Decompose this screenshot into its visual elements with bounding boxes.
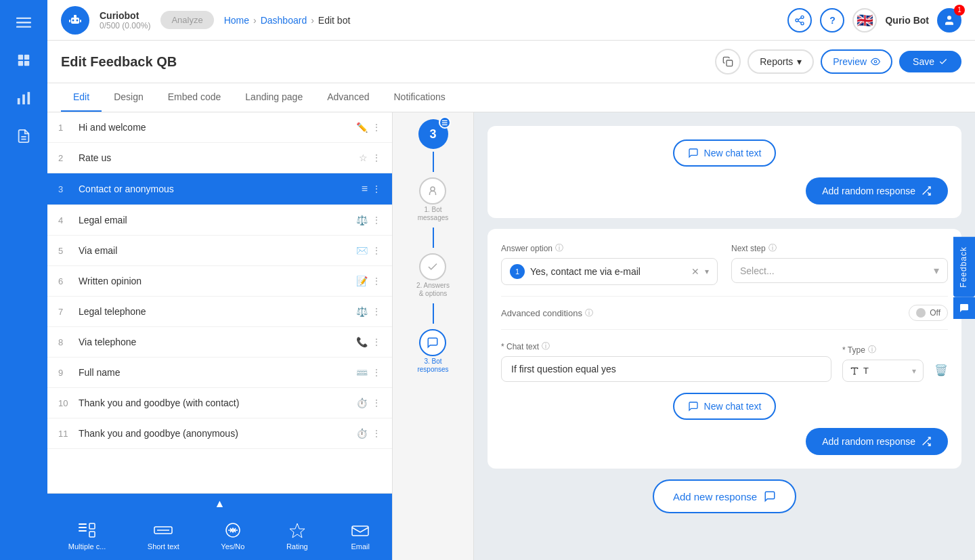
phone-icon-8[interactable]: 📞 bbox=[356, 337, 368, 347]
question-item-11[interactable]: 11 Thank you and goodbye (anonymous) ⏱️ … bbox=[47, 418, 392, 449]
scale-icon-7[interactable]: ⚖️ bbox=[356, 306, 368, 317]
step-item-1[interactable]: 1. Botmessages bbox=[418, 177, 449, 222]
advanced-conditions: Advanced conditions ⓘ Off bbox=[501, 296, 948, 330]
question-item-1[interactable]: 1 Hi and welcome ✏️ ⋮ bbox=[47, 112, 392, 143]
breadcrumb-dashboard[interactable]: Dashboard bbox=[261, 15, 307, 26]
help-button[interactable]: ? bbox=[820, 8, 844, 33]
copy-button[interactable] bbox=[715, 49, 741, 74]
toolbar-item-email[interactable]: Email bbox=[349, 521, 371, 551]
type-input[interactable]: T ▾ bbox=[842, 360, 924, 382]
step-item-2[interactable]: 2. Answers& options bbox=[416, 253, 450, 298]
question-item-6[interactable]: 6 Written opinion 📝 ⋮ bbox=[47, 266, 392, 297]
answer-dropdown-icon[interactable]: ▾ bbox=[705, 267, 709, 276]
question-item-5[interactable]: 5 Via email ✉️ ⋮ bbox=[47, 236, 392, 266]
next-step-dropdown-icon: ▾ bbox=[934, 264, 939, 277]
new-chat-text-button-2[interactable]: New chat text bbox=[673, 393, 777, 420]
document-icon[interactable] bbox=[12, 124, 36, 148]
menu-icon[interactable] bbox=[12, 10, 36, 35]
text-icon-6[interactable]: 📝 bbox=[356, 276, 368, 286]
new-chat-text-button-1[interactable]: New chat text bbox=[673, 139, 777, 167]
toolbar-item-multiple[interactable]: Multiple c... bbox=[68, 521, 106, 551]
toolbar-toggle: ▲ bbox=[47, 494, 392, 514]
notification-badge[interactable]: 1 bbox=[937, 8, 961, 33]
share-button[interactable] bbox=[787, 8, 812, 33]
more-icon-4[interactable]: ⋮ bbox=[372, 215, 381, 225]
timer-icon-10[interactable]: ⏱️ bbox=[356, 397, 368, 408]
step-circle-3 bbox=[419, 329, 446, 356]
keyboard-icon-9[interactable]: ⌨️ bbox=[356, 367, 368, 378]
svg-rect-2 bbox=[16, 26, 31, 28]
add-random-button-2[interactable]: Add random response bbox=[806, 428, 948, 455]
scale-icon-4[interactable]: ⚖️ bbox=[356, 215, 368, 225]
more-icon-8[interactable]: ⋮ bbox=[372, 337, 381, 347]
toolbar-item-rating[interactable]: Rating bbox=[286, 521, 308, 551]
more-icon-2[interactable]: ⋮ bbox=[372, 152, 381, 163]
question-item-7[interactable]: 7 Legal telephone ⚖️ ⋮ bbox=[47, 297, 392, 327]
more-icon-3[interactable]: ⋮ bbox=[372, 184, 381, 194]
delete-button[interactable]: 🗑️ bbox=[934, 364, 948, 376]
tab-notifications[interactable]: Notifications bbox=[381, 83, 457, 112]
answer-option-info-icon: ⓘ bbox=[555, 242, 563, 254]
answer-clear-icon[interactable]: ✕ bbox=[691, 266, 699, 277]
question-num-7: 7 bbox=[58, 307, 72, 317]
chat-text-input[interactable] bbox=[501, 356, 831, 382]
feedback-tab[interactable]: Feedback bbox=[953, 237, 975, 297]
question-item-9[interactable]: 9 Full name ⌨️ ⋮ bbox=[47, 358, 392, 388]
chat-text-info-icon: ⓘ bbox=[542, 341, 550, 352]
more-icon-7[interactable]: ⋮ bbox=[372, 306, 381, 317]
question-item-3[interactable]: 3 Contact or anonymous ≡ ⋮ bbox=[47, 173, 392, 205]
right-panel: New chat text Add random response Answer… bbox=[474, 112, 975, 560]
reports-label: Reports bbox=[760, 56, 793, 67]
analyze-button[interactable]: Analyze bbox=[160, 11, 213, 29]
timer-icon-11[interactable]: ⏱️ bbox=[356, 428, 368, 439]
more-icon-5[interactable]: ⋮ bbox=[372, 245, 381, 256]
more-icon-10[interactable]: ⋮ bbox=[372, 397, 381, 408]
more-icon-9[interactable]: ⋮ bbox=[372, 367, 381, 378]
step-circle-2 bbox=[419, 253, 446, 280]
question-item-2[interactable]: 2 Rate us ☆ ⋮ bbox=[47, 143, 392, 173]
next-step-input[interactable]: Select... ▾ bbox=[731, 258, 948, 283]
save-button[interactable]: Save bbox=[899, 51, 961, 72]
toolbar-item-short-text[interactable]: Short text bbox=[148, 521, 179, 551]
tab-landing-page[interactable]: Landing page bbox=[233, 83, 315, 112]
reports-chevron-icon: ▾ bbox=[797, 56, 802, 67]
add-random-button-1[interactable]: Add random response bbox=[806, 177, 948, 204]
toolbar-item-yes-no[interactable]: Yes/No bbox=[221, 521, 244, 551]
add-new-response-label: Add new response bbox=[673, 491, 757, 502]
toggle-switch[interactable]: Off bbox=[909, 305, 948, 321]
questions-panel: 1 Hi and welcome ✏️ ⋮ 2 Rate us ☆ ⋮ bbox=[47, 112, 393, 560]
preview-button[interactable]: Preview bbox=[821, 49, 892, 74]
more-icon-1[interactable]: ⋮ bbox=[372, 122, 381, 133]
more-icon-11[interactable]: ⋮ bbox=[372, 428, 381, 439]
breadcrumb-home[interactable]: Home bbox=[224, 15, 249, 26]
second-section: New chat text Add random response bbox=[501, 393, 948, 455]
page-title: Edit Feedback QB bbox=[61, 54, 177, 70]
tab-embed-code[interactable]: Embed code bbox=[156, 83, 234, 112]
question-item-4[interactable]: 4 Legal email ⚖️ ⋮ bbox=[47, 205, 392, 236]
tab-edit[interactable]: Edit bbox=[61, 83, 102, 112]
list-icon-3[interactable]: ≡ bbox=[362, 183, 368, 195]
chat-text-label: * Chat text ⓘ bbox=[501, 341, 831, 352]
toolbar-label-email: Email bbox=[351, 542, 370, 551]
tab-advanced[interactable]: Advanced bbox=[315, 83, 381, 112]
language-selector[interactable]: 🇬🇧 bbox=[852, 8, 877, 33]
chart-icon[interactable] bbox=[12, 86, 36, 110]
answer-option-input[interactable]: 1 Yes, contact me via e-mail ✕ ▾ bbox=[501, 258, 718, 285]
tab-design[interactable]: Design bbox=[102, 83, 156, 112]
email-icon-5[interactable]: ✉️ bbox=[356, 245, 368, 256]
svg-rect-28 bbox=[79, 530, 87, 532]
question-item-8[interactable]: 8 Via telephone 📞 ⋮ bbox=[47, 327, 392, 358]
feedback-message-icon[interactable] bbox=[953, 297, 975, 319]
edit-icon-1[interactable]: ✏️ bbox=[356, 122, 368, 133]
svg-rect-24 bbox=[727, 60, 733, 66]
reports-button[interactable]: Reports ▾ bbox=[748, 49, 814, 74]
add-new-response-button[interactable]: Add new response bbox=[653, 479, 796, 513]
more-icon-6[interactable]: ⋮ bbox=[372, 276, 381, 286]
toolbar-toggle-button[interactable]: ▲ bbox=[215, 498, 225, 510]
rating-icon bbox=[286, 521, 308, 540]
step-item-3[interactable]: 3. Botresponses bbox=[417, 329, 448, 374]
question-item-10[interactable]: 10 Thank you and goodbye (with contact) … bbox=[47, 388, 392, 418]
svg-rect-9 bbox=[28, 92, 30, 104]
dashboard-icon[interactable] bbox=[12, 48, 36, 72]
star-icon-2[interactable]: ☆ bbox=[359, 152, 368, 163]
